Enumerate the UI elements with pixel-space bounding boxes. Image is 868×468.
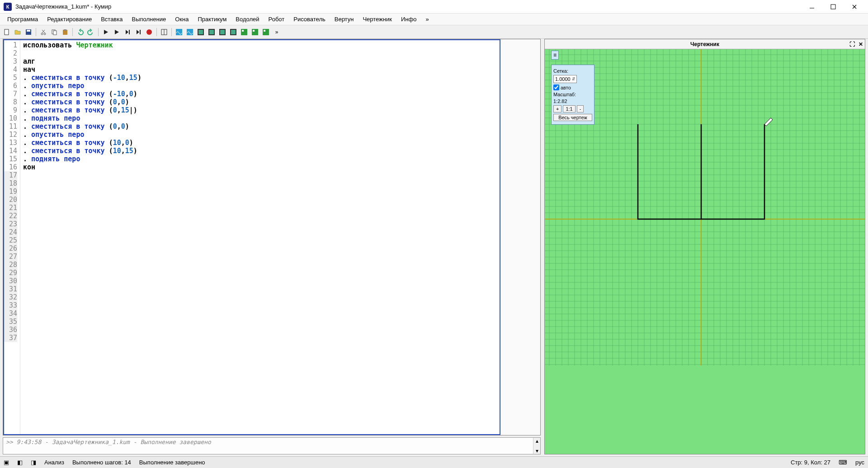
draw-titlebar: Чертежник ⛶ ✕	[545, 39, 865, 49]
toolbar-more[interactable]: »	[272, 27, 282, 37]
zoom-in-button[interactable]: +	[553, 105, 561, 112]
window-title: ЗадачаЧертежника_1.kum* - Кумир	[15, 3, 802, 10]
status-steps: Выполнено шагов: 14	[72, 459, 131, 466]
tool-stop[interactable]	[144, 27, 154, 37]
tool-panel-c[interactable]	[217, 27, 227, 37]
svg-rect-1	[831, 5, 835, 9]
svg-rect-35	[264, 30, 265, 32]
tool-panel-green1[interactable]	[239, 27, 249, 37]
status-icon-3[interactable]: ◨	[31, 459, 36, 466]
tool-run-blind[interactable]	[112, 27, 122, 37]
draw-menu-button[interactable]: ≡	[551, 51, 559, 60]
svg-rect-15	[129, 30, 130, 34]
scroll-up-icon[interactable]: ▴	[536, 438, 538, 444]
grid-spinner[interactable]: 1.0000	[553, 75, 577, 83]
menu-item-8[interactable]: Рисователь	[289, 14, 330, 24]
zoom-11-button[interactable]: 1:1	[563, 105, 575, 112]
tool-panel-d[interactable]	[228, 27, 238, 37]
grid-label: Сетка:	[553, 68, 568, 74]
status-lang[interactable]: рус	[855, 459, 864, 466]
app-icon: К	[4, 3, 12, 11]
tool-run[interactable]	[101, 27, 111, 37]
tool-copy[interactable]	[49, 27, 59, 37]
scroll-down-icon[interactable]: ▾	[536, 448, 538, 454]
svg-rect-16	[140, 30, 141, 34]
editor-main[interactable]: 1234567891011121314151617181920212223242…	[3, 39, 500, 435]
svg-rect-31	[242, 30, 244, 32]
tool-cut[interactable]	[38, 27, 48, 37]
code-area[interactable]: использовать Чертежник алгнач. сместитьс…	[20, 40, 500, 434]
menubar: ПрограммаРедактированиеВставкаВыполнение…	[0, 14, 868, 25]
svg-rect-27	[220, 30, 225, 34]
tool-panel-green3[interactable]	[261, 27, 271, 37]
menu-more[interactable]: »	[421, 14, 433, 24]
draw-title: Чертежник	[690, 41, 719, 47]
editor-container: 1234567891011121314151617181920212223242…	[3, 39, 541, 435]
tool-open[interactable]	[13, 27, 23, 37]
keyboard-icon[interactable]: ⌨	[839, 459, 847, 466]
tool-wave2[interactable]	[185, 27, 195, 37]
status-state: Выполнение завершено	[139, 459, 205, 466]
tool-panel-a[interactable]	[196, 27, 206, 37]
maximize-button[interactable]	[823, 0, 843, 13]
status-analyze: Анализ	[44, 459, 64, 466]
svg-point-17	[146, 29, 152, 35]
console-panel: >> 9:43:58 - ЗадачаЧертежника_1.kum - Вы…	[3, 437, 541, 454]
tool-new[interactable]	[2, 27, 12, 37]
menu-item-11[interactable]: Инфо	[396, 14, 421, 24]
svg-rect-6	[27, 30, 30, 32]
minimize-button[interactable]	[802, 0, 822, 13]
menu-item-3[interactable]: Выполнение	[127, 14, 170, 24]
tool-wave1[interactable]	[174, 27, 184, 37]
editor-sidebar	[500, 39, 540, 435]
full-view-button[interactable]: Весь чертеж	[553, 114, 592, 121]
svg-point-8	[44, 33, 46, 35]
draw-close-button[interactable]: ✕	[859, 41, 863, 47]
menu-item-6[interactable]: Водолей	[231, 14, 264, 24]
status-icon-1[interactable]: ▣	[4, 459, 9, 466]
menu-item-4[interactable]: Окна	[170, 14, 193, 24]
auto-label: авто	[561, 85, 571, 90]
auto-checkbox[interactable]	[553, 84, 559, 90]
status-cursor: Стр: 9, Кол: 27	[791, 459, 830, 466]
menu-item-10[interactable]: Чертежник	[358, 14, 396, 24]
svg-rect-25	[209, 30, 214, 34]
draw-canvas-wrap[interactable]: ≡ Сетка: 1.0000 авто Масштаб: 1:2.82 + 1…	[545, 49, 865, 454]
window-titlebar: К ЗадачаЧертежника_1.kum* - Кумир	[0, 0, 868, 14]
console-scrollbar[interactable]: ▴ ▾	[533, 438, 540, 454]
svg-rect-33	[253, 30, 255, 32]
svg-rect-29	[231, 30, 236, 34]
svg-rect-12	[53, 31, 57, 35]
tool-paste[interactable]	[60, 27, 70, 37]
close-button[interactable]	[844, 0, 864, 13]
console-output: >> 9:43:58 - ЗадачаЧертежника_1.kum - Вы…	[3, 438, 533, 454]
main-area: 1234567891011121314151617181920212223242…	[0, 39, 868, 456]
menu-item-7[interactable]: Робот	[264, 14, 289, 24]
tool-undo[interactable]	[75, 27, 85, 37]
draw-panel: Чертежник ⛶ ✕ ≡ Сетка: 1.0000 авто Масшт…	[544, 39, 865, 454]
status-icon-2[interactable]: ◧	[17, 459, 23, 466]
svg-rect-23	[198, 30, 203, 34]
menu-item-1[interactable]: Редактирование	[42, 14, 96, 24]
tool-step[interactable]	[123, 27, 132, 37]
scale-label: Масштаб:	[553, 92, 576, 97]
zoom-out-button[interactable]: -	[577, 105, 584, 112]
menu-item-2[interactable]: Вставка	[96, 14, 127, 24]
svg-rect-14	[64, 29, 66, 31]
tool-panel-b[interactable]	[207, 27, 217, 37]
tool-grid-panel[interactable]	[159, 27, 169, 37]
menu-item-9[interactable]: Вертун	[330, 14, 359, 24]
draw-control-panel: Сетка: 1.0000 авто Масштаб: 1:2.82 + 1:1…	[551, 65, 594, 125]
svg-rect-4	[5, 29, 9, 35]
tool-step-over[interactable]	[133, 27, 143, 37]
tool-redo[interactable]	[86, 27, 96, 37]
editor-panel: 1234567891011121314151617181920212223242…	[3, 39, 541, 454]
draw-maximize-button[interactable]: ⛶	[849, 41, 855, 47]
menu-item-5[interactable]: Практикум	[193, 14, 231, 24]
svg-point-7	[41, 33, 43, 35]
tool-panel-green2[interactable]	[250, 27, 260, 37]
menu-item-0[interactable]: Программа	[3, 14, 42, 24]
tool-save[interactable]	[24, 27, 33, 37]
statusbar: ▣ ◧ ◨ Анализ Выполнено шагов: 14 Выполне…	[0, 456, 868, 468]
toolbar: »	[0, 25, 868, 39]
